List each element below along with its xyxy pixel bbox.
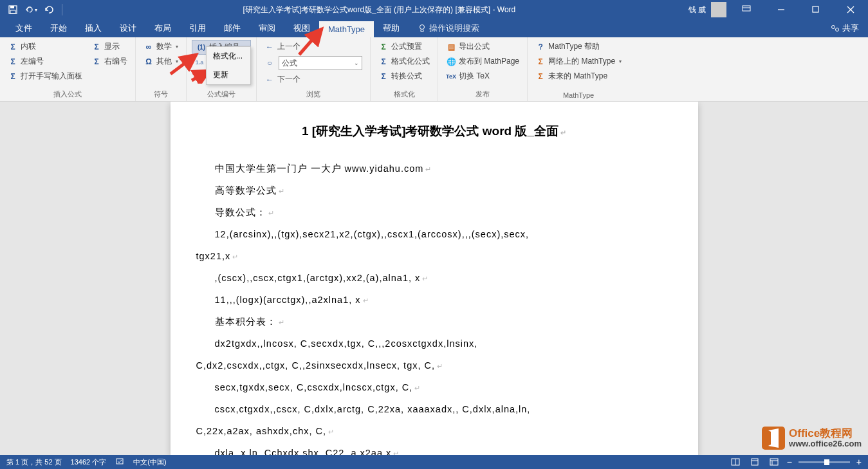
paragraph: 11,,,(logx)(arcctgx),,a2xlna1, x↵ <box>196 289 672 311</box>
export-icon: ▤ <box>446 42 456 52</box>
document-area[interactable]: 1 [研究生入学考试]考研数学公式 word 版_全面↵ 中国大学生第一门户 一… <box>0 102 868 455</box>
page: 1 [研究生入学考试]考研数学公式 word 版_全面↵ 中国大学生第一门户 一… <box>171 102 698 455</box>
sigma-web-icon: Σ <box>535 57 546 67</box>
svg-rect-8 <box>116 459 123 464</box>
watermark-url: www.office26.com <box>789 439 862 448</box>
svg-point-5 <box>420 25 425 30</box>
tex-button[interactable]: TeX切换 TeX <box>443 69 522 83</box>
format-formula-button[interactable]: Σ格式化公式 <box>376 55 432 68</box>
watermark: Office教程网 www.office26.com <box>762 427 862 450</box>
sigma-icon: Σ <box>8 42 18 52</box>
avatar[interactable] <box>711 2 726 17</box>
maximize-button[interactable] <box>801 0 831 19</box>
paragraph: tgx21,x↵ <box>196 245 672 267</box>
tab-insert[interactable]: 插入 <box>76 19 111 37</box>
zoom-in-button[interactable]: + <box>856 457 862 467</box>
left-number-button[interactable]: Σ左编号 <box>5 55 85 68</box>
show-button[interactable]: Σ显示 <box>89 40 130 53</box>
number-icon: (1) <box>196 42 207 53</box>
infinity-icon: ∞ <box>143 42 154 52</box>
group-label: 发布 <box>443 87 522 101</box>
group-label: 公式编号 <box>192 87 251 101</box>
paragraph: ,(cscx),,cscx,ctgx1,(arctgx),xx2,(a),aln… <box>196 267 672 289</box>
zoom-out-button[interactable]: − <box>787 457 792 467</box>
save-button[interactable] <box>5 2 21 17</box>
statusbar: 第 1 页，共 52 页 13462 个字 中文(中国) − + <box>0 455 868 469</box>
lightbulb-icon <box>418 24 427 33</box>
svg-rect-11 <box>770 459 778 465</box>
tab-file[interactable]: 文件 <box>6 19 41 37</box>
ribbon-options-button[interactable] <box>732 0 761 19</box>
tab-references[interactable]: 引用 <box>180 19 215 37</box>
tab-layout[interactable]: 布局 <box>145 19 180 37</box>
paragraph: 导数公式：↵ <box>196 201 672 223</box>
close-button[interactable] <box>836 0 865 19</box>
read-mode-button[interactable] <box>729 456 742 468</box>
group-browse: ←上一个 ○公式⌄ ←下一个 浏览 <box>257 37 371 101</box>
word-count[interactable]: 13462 个字 <box>71 457 107 467</box>
other-symbols-button[interactable]: Ω其他▾ <box>141 55 181 68</box>
web-layout-button[interactable] <box>768 456 780 468</box>
mathpage-button[interactable]: 🌐发布到 MathPage <box>443 55 522 68</box>
down-arrow-icon: ← <box>264 75 275 85</box>
sigma-star-icon: Σ <box>535 71 546 82</box>
handwriting-button[interactable]: Σ打开手写输入面板 <box>5 69 85 83</box>
up-arrow-icon: ← <box>264 42 275 52</box>
export-button[interactable]: ▤导出公式 <box>443 40 522 53</box>
tab-home[interactable]: 开始 <box>41 19 76 37</box>
zoom-slider[interactable] <box>799 461 850 463</box>
svg-rect-2 <box>10 10 15 14</box>
group-label: 符号 <box>141 87 181 101</box>
chapter-icon: 1.a <box>194 57 205 68</box>
group-label: 插入公式 <box>5 87 130 101</box>
titlebar: ▾ [研究生入学考试]考研数学公式word版_全面 (用户上次保存的) [兼容模… <box>0 0 868 19</box>
paragraph: 基本积分表：↵ <box>196 311 672 333</box>
svg-rect-10 <box>752 459 758 465</box>
sigma-icon: Σ <box>91 42 102 52</box>
paragraph: dx2tgxdx,,lncosx, C,secxdx,tgx, C,,,2cos… <box>196 333 672 354</box>
tab-help[interactable]: 帮助 <box>374 19 409 37</box>
dropdown-update[interactable]: 更新 <box>207 66 250 84</box>
paragraph: cscx,ctgxdx,,cscx, C,dxlx,arctg, C,22xa,… <box>196 398 672 420</box>
language[interactable]: 中文(中国) <box>133 457 166 467</box>
group-label: 格式化 <box>376 87 432 101</box>
ribbon-tabs: 文件 开始 插入 设计 布局 引用 邮件 审阅 视图 MathType 帮助 操… <box>0 19 868 37</box>
tab-mailings[interactable]: 邮件 <box>215 19 250 37</box>
group-symbols: ∞数学▾ Ω其他▾ 符号 <box>136 37 187 101</box>
dropdown-format[interactable]: 格式化... <box>207 47 250 66</box>
ref-icon: (#) <box>194 71 205 82</box>
preset-button[interactable]: Σ公式预置 <box>376 40 432 53</box>
right-number-button[interactable]: Σ右编号 <box>89 55 130 68</box>
page-count[interactable]: 第 1 页，共 52 页 <box>6 457 62 467</box>
future-mathtype-button[interactable]: Σ未来的 MathType <box>533 69 624 83</box>
sigma-icon: Σ <box>91 57 102 67</box>
formula-combo[interactable]: ○公式⌄ <box>262 55 365 71</box>
convert-formula-button[interactable]: Σ转换公式 <box>376 69 432 83</box>
document-title: 1 [研究生入学考试]考研数学公式 word 版_全面↵ <box>196 117 672 146</box>
prev-button[interactable]: ←上一个 <box>262 40 365 53</box>
minimize-button[interactable] <box>766 0 796 19</box>
globe-icon: 🌐 <box>446 57 456 67</box>
next-button[interactable]: ←下一个 <box>262 73 365 86</box>
tab-design[interactable]: 设计 <box>111 19 145 37</box>
sigma-arrow-icon: Σ <box>378 71 389 82</box>
tab-mathtype[interactable]: MathType <box>319 21 374 37</box>
undo-button[interactable]: ▾ <box>23 2 39 17</box>
user-name[interactable]: 钱 威 <box>688 5 706 15</box>
spell-check-icon[interactable] <box>115 457 124 466</box>
tab-view[interactable]: 视图 <box>284 19 319 37</box>
inline-button[interactable]: Σ内联 <box>5 40 85 53</box>
share-button[interactable]: 共享 <box>831 23 868 37</box>
group-label: 浏览 <box>262 87 365 101</box>
tab-review[interactable]: 审阅 <box>250 19 284 37</box>
print-layout-button[interactable] <box>748 456 761 468</box>
math-symbols-button[interactable]: ∞数学▾ <box>141 40 181 53</box>
titlebar-right: 钱 威 <box>688 0 868 19</box>
tell-me-search[interactable]: 操作说明搜索 <box>409 19 488 37</box>
online-mathtype-button[interactable]: Σ网络上的 MathType▾ <box>533 55 624 68</box>
sigma-icon: Σ <box>8 71 18 82</box>
redo-button[interactable] <box>41 2 57 17</box>
ribbon: Σ内联 Σ左编号 Σ打开手写输入面板 Σ显示 Σ右编号 插入公式 ∞数学▾ Ω其… <box>0 37 868 102</box>
paragraph: 中国大学生第一门户 一大户 www.yidahu.com↵ <box>196 158 672 179</box>
help-button[interactable]: ?MathType 帮助 <box>533 40 624 53</box>
